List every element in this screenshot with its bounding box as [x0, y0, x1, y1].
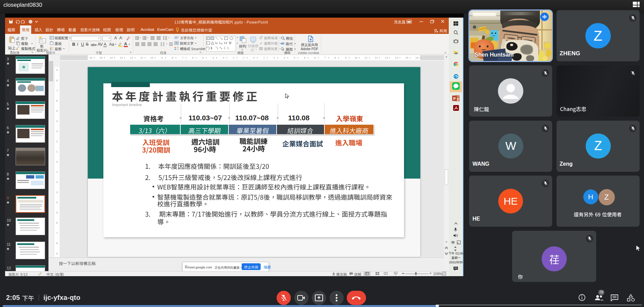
svg-text:P: P — [453, 97, 456, 101]
